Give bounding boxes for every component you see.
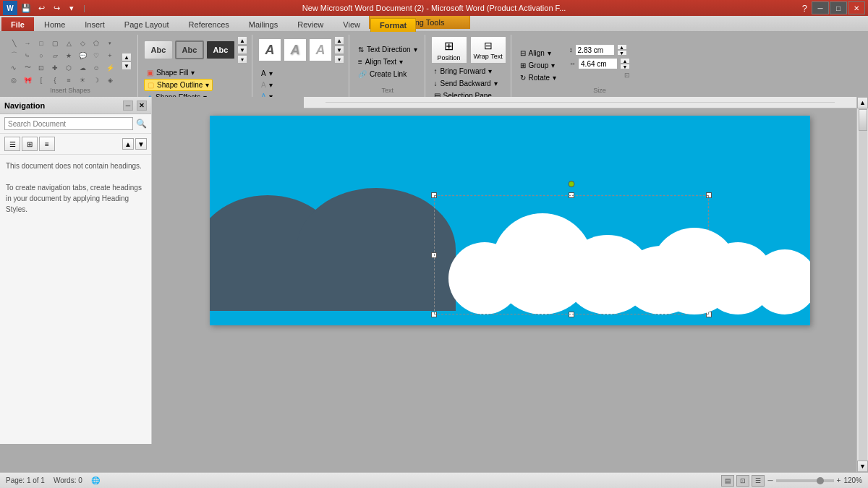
- shape-parallelogram[interactable]: ▱: [48, 50, 61, 61]
- wordart-scroll-more[interactable]: ▾: [334, 55, 344, 64]
- maximize-button[interactable]: □: [830, 1, 847, 14]
- shape-hexagon[interactable]: ⬡: [62, 62, 75, 74]
- nav-view-grid[interactable]: ⊞: [22, 137, 38, 151]
- wordart-scroll-up[interactable]: ▲: [334, 36, 344, 45]
- view-full-btn[interactable]: ⊡: [736, 475, 749, 487]
- tab-page-layout[interactable]: Page Layout: [115, 17, 179, 31]
- style-swatch-2[interactable]: Abc: [175, 40, 204, 59]
- create-link-btn[interactable]: 🔗 Create Link: [355, 69, 420, 80]
- align-arrow[interactable]: ▾: [548, 49, 551, 57]
- height-down[interactable]: ▼: [617, 50, 627, 56]
- nav-prev-btn[interactable]: ▲: [122, 138, 134, 150]
- zoom-out-btn[interactable]: ─: [767, 476, 773, 484]
- shape-equation[interactable]: ≡: [62, 74, 75, 86]
- shape-outline-btn[interactable]: ▢ Shape Outline ▾: [144, 79, 213, 91]
- text-fill-btn[interactable]: A ▾: [258, 68, 276, 79]
- document-page[interactable]: [210, 116, 810, 325]
- shape-oval[interactable]: ○: [35, 50, 48, 61]
- zoom-slider-thumb[interactable]: [817, 477, 824, 484]
- nav-next-btn[interactable]: ▼: [135, 138, 147, 150]
- text-outline-btn[interactable]: A ▾: [258, 80, 276, 90]
- align-btn[interactable]: ⊟ Align ▾: [517, 48, 559, 59]
- shape-connector[interactable]: ⤷: [21, 50, 34, 61]
- shape-cloud[interactable]: ☁: [76, 62, 89, 74]
- bring-forward-arrow[interactable]: ▾: [488, 67, 492, 75]
- shape-more[interactable]: ▾: [103, 38, 116, 49]
- position-btn[interactable]: ⊞ Position: [431, 36, 467, 64]
- send-backward-arrow[interactable]: ▾: [494, 80, 498, 87]
- language-icon[interactable]: 🌐: [91, 476, 100, 484]
- shape-cross[interactable]: ✚: [48, 62, 61, 74]
- wordart-btn-3[interactable]: A: [309, 38, 332, 61]
- shape-brace[interactable]: {: [48, 74, 61, 86]
- styles-scroll-more[interactable]: ▾: [237, 55, 247, 64]
- shape-curve[interactable]: ⌒: [7, 50, 20, 61]
- style-swatch-1[interactable]: Abc: [144, 40, 173, 59]
- zoom-in-btn[interactable]: +: [837, 476, 841, 484]
- group-btn[interactable]: ⊞ Group ▾: [517, 60, 559, 71]
- search-icon[interactable]: 🔍: [136, 119, 147, 129]
- send-backward-btn[interactable]: ↓ Send Backward ▾: [431, 78, 501, 89]
- wordart-scroll-down[interactable]: ▼: [334, 46, 344, 54]
- tab-insert[interactable]: Insert: [75, 17, 114, 31]
- help-button[interactable]: ?: [802, 3, 807, 14]
- shape-rect[interactable]: □: [35, 38, 48, 49]
- shape-callout[interactable]: 💬: [76, 50, 89, 61]
- undo-button[interactable]: ↩: [35, 1, 48, 14]
- shapes-scroll-up[interactable]: ▲: [122, 53, 132, 61]
- search-input[interactable]: [4, 117, 133, 130]
- shape-moon[interactable]: ☽: [90, 74, 103, 86]
- wordart-btn-1[interactable]: A: [258, 38, 281, 61]
- nav-collapse-btn[interactable]: ─: [123, 100, 133, 111]
- customize-qa-button[interactable]: ▾: [65, 1, 78, 14]
- zoom-slider[interactable]: [776, 479, 834, 482]
- shapes-scroll-down[interactable]: ▼: [122, 61, 132, 70]
- fill-dropdown-icon[interactable]: ▾: [191, 69, 195, 77]
- redo-button[interactable]: ↪: [50, 1, 63, 14]
- align-text-arrow[interactable]: ▾: [399, 58, 403, 66]
- shape-misc[interactable]: ◈: [103, 74, 116, 86]
- rotate-arrow[interactable]: ▾: [553, 74, 556, 82]
- shape-pentagon[interactable]: ⬠: [90, 38, 103, 49]
- shape-triangle[interactable]: △: [62, 38, 75, 49]
- shape-extra[interactable]: +: [103, 50, 116, 61]
- shape-lightning[interactable]: ⚡: [103, 62, 116, 74]
- save-button[interactable]: 💾: [20, 1, 33, 14]
- nav-view-list[interactable]: ☰: [4, 137, 20, 151]
- scroll-thumb[interactable]: [859, 109, 867, 131]
- close-button[interactable]: ✕: [848, 1, 865, 14]
- height-up[interactable]: ▲: [617, 44, 627, 50]
- width-input[interactable]: [578, 58, 618, 69]
- shape-smiley[interactable]: ☺: [90, 62, 103, 74]
- shape-flowchart[interactable]: ◎: [7, 74, 20, 86]
- shape-heart[interactable]: ♡: [90, 50, 103, 61]
- align-text-btn[interactable]: ≡ Align Text ▾: [355, 56, 420, 67]
- styles-scroll-down[interactable]: ▼: [237, 46, 247, 54]
- outline-dropdown-icon[interactable]: ▾: [205, 81, 209, 89]
- document-area[interactable]: [152, 97, 868, 444]
- group-arrow[interactable]: ▾: [551, 61, 555, 69]
- minimize-button[interactable]: ─: [812, 1, 829, 14]
- height-input[interactable]: [575, 44, 615, 56]
- tab-mailings[interactable]: Mailings: [239, 17, 287, 31]
- tab-review[interactable]: Review: [288, 17, 333, 31]
- scroll-down-btn[interactable]: ▼: [857, 461, 868, 472]
- text-direction-btn[interactable]: ⇅ Text Direction ▾: [355, 44, 420, 55]
- shape-diamond[interactable]: ◇: [76, 38, 89, 49]
- shape-rounded-rect[interactable]: ▢: [48, 38, 61, 49]
- tab-references[interactable]: References: [179, 17, 239, 31]
- text-direction-arrow[interactable]: ▾: [414, 46, 417, 53]
- tab-file[interactable]: File: [1, 17, 34, 31]
- bring-forward-btn[interactable]: ↑ Bring Forward ▾: [431, 66, 501, 77]
- shape-scribble[interactable]: 〜: [21, 62, 34, 74]
- shape-freeform[interactable]: ∿: [7, 62, 20, 74]
- width-down[interactable]: ▼: [620, 64, 630, 69]
- shape-fill-btn[interactable]: ▣ Shape Fill ▾: [144, 67, 213, 78]
- rotate-btn[interactable]: ↻ Rotate ▾: [517, 72, 559, 83]
- shape-ribbon[interactable]: 🎀: [21, 74, 34, 86]
- view-web-btn[interactable]: ☰: [752, 475, 765, 487]
- shape-line[interactable]: ╲: [7, 38, 20, 49]
- tab-view[interactable]: View: [333, 17, 370, 31]
- nav-view-detail[interactable]: ≡: [39, 137, 55, 151]
- scroll-up-btn[interactable]: ▲: [857, 97, 868, 108]
